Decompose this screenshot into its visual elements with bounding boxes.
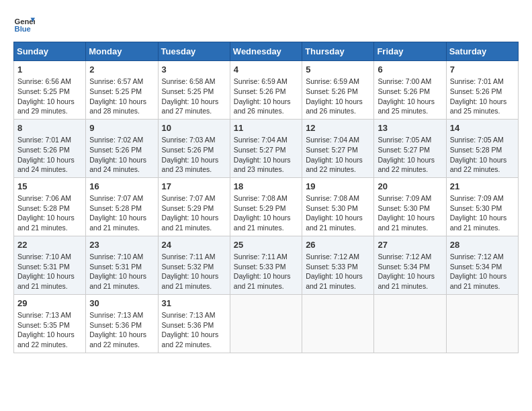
calendar-cell: 21Sunrise: 7:09 AM Sunset: 5:30 PM Dayli… — [446, 177, 518, 236]
day-number: 26 — [306, 239, 370, 251]
day-info: Sunrise: 7:02 AM Sunset: 5:26 PM Dayligh… — [89, 135, 154, 175]
calendar-cell — [302, 294, 374, 353]
day-info: Sunrise: 7:12 AM Sunset: 5:34 PM Dayligh… — [450, 252, 515, 291]
logo: General Blue — [13, 13, 35, 35]
day-info: Sunrise: 6:58 AM Sunset: 5:25 PM Dayligh… — [162, 77, 226, 116]
day-info: Sunrise: 7:09 AM Sunset: 5:30 PM Dayligh… — [378, 193, 442, 233]
calendar-cell: 10Sunrise: 7:03 AM Sunset: 5:26 PM Dayli… — [158, 119, 230, 177]
day-info: Sunrise: 7:08 AM Sunset: 5:30 PM Dayligh… — [306, 193, 370, 233]
day-info: Sunrise: 7:04 AM Sunset: 5:27 PM Dayligh… — [234, 135, 298, 175]
day-number: 21 — [450, 181, 515, 193]
calendar-header: SundayMondayTuesdayWednesdayThursdayFrid… — [14, 42, 519, 61]
weekday-header: Wednesday — [230, 42, 302, 61]
calendar-cell: 4Sunrise: 6:59 AM Sunset: 5:26 PM Daylig… — [230, 61, 302, 120]
day-number: 11 — [234, 122, 298, 134]
day-info: Sunrise: 7:10 AM Sunset: 5:31 PM Dayligh… — [89, 252, 154, 291]
svg-text:Blue: Blue — [15, 25, 31, 33]
day-number: 20 — [378, 181, 442, 193]
calendar-cell — [446, 294, 518, 353]
day-number: 24 — [162, 239, 226, 251]
day-info: Sunrise: 7:01 AM Sunset: 5:26 PM Dayligh… — [450, 77, 515, 116]
day-number: 4 — [234, 64, 298, 76]
calendar-cell: 30Sunrise: 7:13 AM Sunset: 5:36 PM Dayli… — [86, 294, 158, 353]
day-number: 18 — [234, 181, 298, 193]
day-number: 10 — [162, 122, 226, 134]
calendar-cell: 1Sunrise: 6:56 AM Sunset: 5:25 PM Daylig… — [14, 61, 86, 120]
day-info: Sunrise: 7:05 AM Sunset: 5:28 PM Dayligh… — [450, 135, 515, 175]
day-info: Sunrise: 7:13 AM Sunset: 5:36 PM Dayligh… — [162, 310, 226, 350]
calendar-week: 15Sunrise: 7:06 AM Sunset: 5:28 PM Dayli… — [14, 177, 519, 236]
weekday-header: Saturday — [446, 42, 518, 61]
calendar-cell — [374, 294, 446, 353]
day-number: 1 — [17, 64, 82, 76]
calendar-cell: 8Sunrise: 7:01 AM Sunset: 5:26 PM Daylig… — [14, 119, 86, 177]
calendar-cell: 7Sunrise: 7:01 AM Sunset: 5:26 PM Daylig… — [446, 61, 518, 120]
day-number: 31 — [162, 298, 226, 310]
day-info: Sunrise: 7:08 AM Sunset: 5:29 PM Dayligh… — [234, 193, 298, 233]
weekday-header: Thursday — [302, 42, 374, 61]
calendar-cell: 2Sunrise: 6:57 AM Sunset: 5:25 PM Daylig… — [86, 61, 158, 120]
day-number: 17 — [162, 181, 226, 193]
calendar-cell: 31Sunrise: 7:13 AM Sunset: 5:36 PM Dayli… — [158, 294, 230, 353]
day-info: Sunrise: 7:10 AM Sunset: 5:31 PM Dayligh… — [17, 252, 82, 291]
day-info: Sunrise: 7:03 AM Sunset: 5:26 PM Dayligh… — [162, 135, 226, 175]
calendar-cell: 24Sunrise: 7:11 AM Sunset: 5:32 PM Dayli… — [158, 236, 230, 294]
calendar-cell: 25Sunrise: 7:11 AM Sunset: 5:33 PM Dayli… — [230, 236, 302, 294]
calendar-cell: 22Sunrise: 7:10 AM Sunset: 5:31 PM Dayli… — [14, 236, 86, 294]
calendar-cell: 20Sunrise: 7:09 AM Sunset: 5:30 PM Dayli… — [374, 177, 446, 236]
calendar-table: SundayMondayTuesdayWednesdayThursdayFrid… — [13, 42, 519, 353]
day-info: Sunrise: 7:09 AM Sunset: 5:30 PM Dayligh… — [450, 193, 515, 233]
day-number: 5 — [306, 64, 370, 76]
day-number: 8 — [17, 122, 82, 134]
calendar-cell: 28Sunrise: 7:12 AM Sunset: 5:34 PM Dayli… — [446, 236, 518, 294]
calendar-cell: 3Sunrise: 6:58 AM Sunset: 5:25 PM Daylig… — [158, 61, 230, 120]
day-info: Sunrise: 6:56 AM Sunset: 5:25 PM Dayligh… — [17, 77, 82, 116]
day-info: Sunrise: 6:59 AM Sunset: 5:26 PM Dayligh… — [234, 77, 298, 116]
weekday-header: Sunday — [14, 42, 86, 61]
day-info: Sunrise: 7:12 AM Sunset: 5:34 PM Dayligh… — [378, 252, 442, 291]
day-info: Sunrise: 7:00 AM Sunset: 5:26 PM Dayligh… — [378, 77, 442, 116]
day-info: Sunrise: 7:11 AM Sunset: 5:32 PM Dayligh… — [162, 252, 226, 291]
weekday-header: Monday — [86, 42, 158, 61]
weekday-header: Tuesday — [158, 42, 230, 61]
calendar-body: 1Sunrise: 6:56 AM Sunset: 5:25 PM Daylig… — [14, 61, 519, 353]
day-number: 19 — [306, 181, 370, 193]
weekday-header: Friday — [374, 42, 446, 61]
calendar-week: 8Sunrise: 7:01 AM Sunset: 5:26 PM Daylig… — [14, 119, 519, 177]
day-info: Sunrise: 7:13 AM Sunset: 5:36 PM Dayligh… — [89, 310, 154, 350]
logo-icon: General Blue — [13, 13, 35, 35]
day-info: Sunrise: 7:04 AM Sunset: 5:27 PM Dayligh… — [306, 135, 370, 175]
calendar-cell: 18Sunrise: 7:08 AM Sunset: 5:29 PM Dayli… — [230, 177, 302, 236]
day-info: Sunrise: 7:07 AM Sunset: 5:28 PM Dayligh… — [89, 193, 154, 233]
calendar-cell: 11Sunrise: 7:04 AM Sunset: 5:27 PM Dayli… — [230, 119, 302, 177]
day-number: 22 — [17, 239, 82, 251]
day-number: 6 — [378, 64, 442, 76]
calendar-week: 1Sunrise: 6:56 AM Sunset: 5:25 PM Daylig… — [14, 61, 519, 120]
day-number: 2 — [89, 64, 154, 76]
calendar-cell: 26Sunrise: 7:12 AM Sunset: 5:33 PM Dayli… — [302, 236, 374, 294]
day-info: Sunrise: 7:11 AM Sunset: 5:33 PM Dayligh… — [234, 252, 298, 291]
day-info: Sunrise: 7:07 AM Sunset: 5:29 PM Dayligh… — [162, 193, 226, 233]
calendar-cell: 19Sunrise: 7:08 AM Sunset: 5:30 PM Dayli… — [302, 177, 374, 236]
day-number: 3 — [162, 64, 226, 76]
day-number: 25 — [234, 239, 298, 251]
day-number: 15 — [17, 181, 82, 193]
day-info: Sunrise: 7:05 AM Sunset: 5:27 PM Dayligh… — [378, 135, 442, 175]
calendar-cell: 13Sunrise: 7:05 AM Sunset: 5:27 PM Dayli… — [374, 119, 446, 177]
calendar-cell: 14Sunrise: 7:05 AM Sunset: 5:28 PM Dayli… — [446, 119, 518, 177]
calendar-cell: 16Sunrise: 7:07 AM Sunset: 5:28 PM Dayli… — [86, 177, 158, 236]
calendar-week: 29Sunrise: 7:13 AM Sunset: 5:35 PM Dayli… — [14, 294, 519, 353]
day-number: 14 — [450, 122, 515, 134]
calendar-cell: 5Sunrise: 6:59 AM Sunset: 5:26 PM Daylig… — [302, 61, 374, 120]
calendar-week: 22Sunrise: 7:10 AM Sunset: 5:31 PM Dayli… — [14, 236, 519, 294]
day-number: 28 — [450, 239, 515, 251]
calendar-cell: 27Sunrise: 7:12 AM Sunset: 5:34 PM Dayli… — [374, 236, 446, 294]
calendar-cell: 9Sunrise: 7:02 AM Sunset: 5:26 PM Daylig… — [86, 119, 158, 177]
calendar-cell: 23Sunrise: 7:10 AM Sunset: 5:31 PM Dayli… — [86, 236, 158, 294]
calendar-cell: 6Sunrise: 7:00 AM Sunset: 5:26 PM Daylig… — [374, 61, 446, 120]
day-info: Sunrise: 6:59 AM Sunset: 5:26 PM Dayligh… — [306, 77, 370, 116]
day-number: 29 — [17, 298, 82, 310]
calendar-cell: 29Sunrise: 7:13 AM Sunset: 5:35 PM Dayli… — [14, 294, 86, 353]
calendar-cell: 17Sunrise: 7:07 AM Sunset: 5:29 PM Dayli… — [158, 177, 230, 236]
day-number: 23 — [89, 239, 154, 251]
